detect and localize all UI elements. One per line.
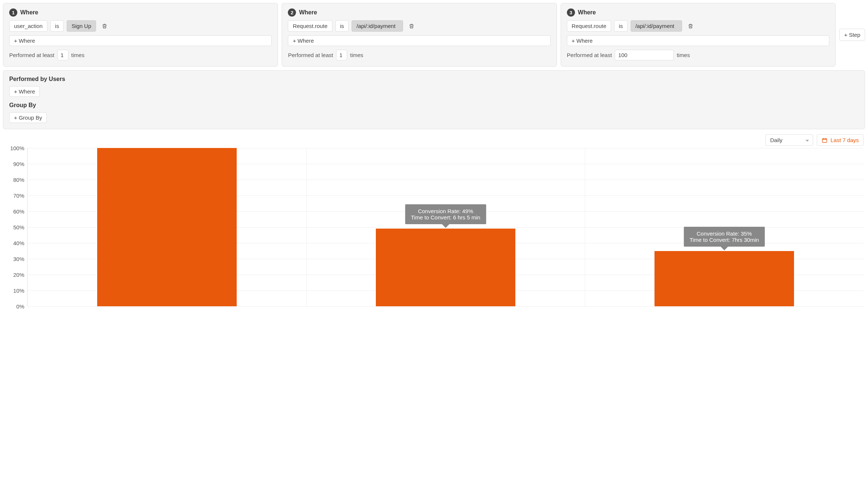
users-groupby-card: Performed by Users + Where Group By + Gr… <box>3 70 865 129</box>
y-tick-label: 40% <box>13 240 24 246</box>
interval-select[interactable]: Daily <box>765 134 813 146</box>
step-header: 2 Where <box>288 8 550 17</box>
funnel-step-3: 3 Where Request.route is /api/:id/paymen… <box>561 3 836 67</box>
grid-vline <box>585 148 585 306</box>
group-by-title: Group By <box>9 102 859 109</box>
chart-controls-row: Daily Last 7 days <box>3 134 865 146</box>
step-title: Where <box>299 9 317 16</box>
y-tick-label: 30% <box>13 256 24 262</box>
y-tick-label: 60% <box>13 208 24 215</box>
step-header: 3 Where <box>567 8 829 17</box>
times-label: times <box>677 52 690 58</box>
filter-value[interactable]: /api/:id/payment <box>631 20 682 32</box>
y-tick-label: 20% <box>13 272 24 278</box>
y-tick-label: 50% <box>13 224 24 230</box>
filter-row: user_action is Sign Up <box>9 20 272 32</box>
calendar-icon <box>822 137 828 143</box>
date-range-label: Last 7 days <box>830 137 859 143</box>
chart-bar[interactable] <box>376 229 515 306</box>
funnel-step-1: 1 Where user_action is Sign Up + Where P… <box>3 3 278 67</box>
step-title: Where <box>20 9 38 16</box>
step-number-badge: 1 <box>9 8 17 17</box>
chart-tooltip: Conversion Rate: 35%Time to Convert: 7hr… <box>684 227 765 247</box>
performed-label: Performed at least <box>9 52 54 58</box>
y-tick-label: 0% <box>16 303 24 310</box>
step-number-badge: 2 <box>288 8 296 17</box>
step-title: Where <box>578 9 596 16</box>
add-where-button[interactable]: + Where <box>288 35 550 46</box>
performed-label: Performed at least <box>288 52 333 58</box>
chart-bar[interactable] <box>97 148 237 306</box>
performed-by-users-title: Performed by Users <box>9 76 859 82</box>
chart-tooltip: Conversion Rate: 49%Time to Convert: 6 h… <box>405 204 486 224</box>
y-tick-label: 100% <box>10 145 24 151</box>
y-tick-label: 90% <box>13 161 24 167</box>
performed-row: Performed at least 1 times <box>288 50 550 60</box>
svg-rect-0 <box>822 138 827 142</box>
times-label: times <box>71 52 85 58</box>
grid-vline <box>306 148 307 306</box>
delete-icon[interactable] <box>101 22 108 30</box>
filter-field[interactable]: Request.route <box>567 20 611 32</box>
filter-field[interactable]: Request.route <box>288 20 332 32</box>
y-tick-label: 70% <box>13 193 24 199</box>
performed-count-input[interactable]: 1 <box>57 50 68 60</box>
performed-count-input[interactable]: 100 <box>615 50 674 60</box>
grid-line <box>28 306 864 307</box>
date-range-button[interactable]: Last 7 days <box>817 134 864 146</box>
delete-icon[interactable] <box>408 22 415 30</box>
delete-icon[interactable] <box>687 22 694 30</box>
tooltip-line: Time to Convert: 7hrs 30min <box>689 237 759 243</box>
performed-row: Performed at least 1 times <box>9 50 272 60</box>
tooltip-line: Time to Convert: 6 hrs 5 min <box>411 214 480 220</box>
times-label: times <box>350 52 363 58</box>
performed-row: Performed at least 100 times <box>567 50 829 60</box>
filter-operator[interactable]: is <box>50 20 64 32</box>
filter-row: Request.route is /api/:id/payment <box>288 20 550 32</box>
funnel-step-2: 2 Where Request.route is /api/:id/paymen… <box>282 3 557 67</box>
y-tick-label: 10% <box>13 287 24 294</box>
add-step-button[interactable]: + Step <box>839 29 865 41</box>
funnel-chart: 0%10%20%30%40%50%60%70%80%90%100% Conver… <box>3 148 865 306</box>
performed-count-input[interactable]: 1 <box>336 50 347 60</box>
add-where-button[interactable]: + Where <box>9 35 272 46</box>
filter-field[interactable]: user_action <box>9 20 47 32</box>
add-where-button[interactable]: + Where <box>567 35 829 46</box>
step-number-badge: 3 <box>567 8 575 17</box>
tooltip-line: Conversion Rate: 35% <box>689 230 759 237</box>
performed-label: Performed at least <box>567 52 612 58</box>
filter-value[interactable]: /api/:id/payment <box>352 20 403 32</box>
filter-operator[interactable]: is <box>335 20 349 32</box>
filter-row: Request.route is /api/:id/payment <box>567 20 829 32</box>
chart-plot-area: Conversion Rate: 49%Time to Convert: 6 h… <box>27 148 864 306</box>
chart-y-axis: 0%10%20%30%40%50%60%70%80%90%100% <box>4 148 27 306</box>
add-where-users-button[interactable]: + Where <box>9 86 40 97</box>
filter-value[interactable]: Sign Up <box>67 20 96 32</box>
y-tick-label: 80% <box>13 177 24 183</box>
tooltip-line: Conversion Rate: 49% <box>411 208 480 214</box>
add-group-by-button[interactable]: + Group By <box>9 112 47 123</box>
funnel-steps-row: 1 Where user_action is Sign Up + Where P… <box>3 3 865 67</box>
chart-bar[interactable] <box>654 251 794 307</box>
filter-operator[interactable]: is <box>614 20 628 32</box>
step-header: 1 Where <box>9 8 272 17</box>
